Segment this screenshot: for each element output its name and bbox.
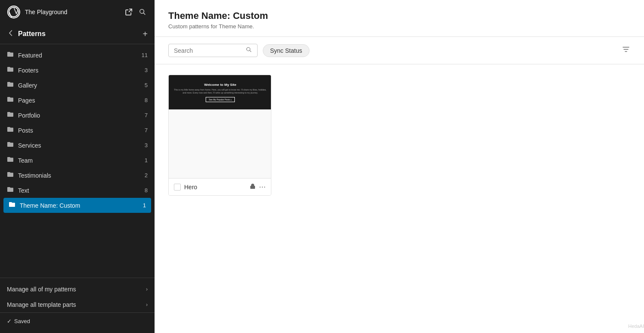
external-link-button[interactable] bbox=[124, 7, 134, 17]
sidebar-item-label: Testimonials bbox=[18, 172, 140, 179]
sidebar-item-label: Portfolio bbox=[18, 112, 140, 119]
sidebar-item-featured[interactable]: Featured 11 bbox=[0, 48, 155, 63]
folder-icon bbox=[7, 141, 14, 149]
folder-icon bbox=[7, 126, 14, 134]
saved-bar: ✓ Saved bbox=[0, 312, 155, 330]
preview-title: Welcome to My Site bbox=[204, 83, 237, 87]
main-content: Theme Name: Custom Custom patterns for T… bbox=[155, 0, 644, 333]
sidebar-icon-group bbox=[124, 7, 148, 17]
folder-icon bbox=[7, 171, 14, 179]
pattern-card-footer: Hero ⋯ bbox=[169, 178, 271, 195]
pattern-card-hero[interactable]: Welcome to My Site This is my little hom… bbox=[168, 75, 271, 196]
main-header: Theme Name: Custom Custom patterns for T… bbox=[155, 0, 644, 37]
sidebar-item-count: 8 bbox=[145, 97, 148, 103]
toolbar: Sync Status bbox=[155, 37, 644, 64]
pattern-name: Hero bbox=[184, 184, 246, 191]
sidebar-item-count: 3 bbox=[145, 67, 148, 73]
sidebar-item-label: Featured bbox=[18, 52, 137, 59]
sidebar-item-count: 1 bbox=[145, 157, 148, 163]
sidebar-item-text[interactable]: Text 8 bbox=[0, 183, 155, 198]
pattern-preview: Welcome to My Site This is my little hom… bbox=[169, 75, 271, 178]
sidebar-footer: Manage all of my patterns › Manage all t… bbox=[0, 278, 155, 333]
pattern-checkbox[interactable] bbox=[174, 184, 181, 191]
page-title: Theme Name: Custom bbox=[168, 10, 630, 21]
pattern-preview-dark: Welcome to My Site This is my little hom… bbox=[169, 75, 271, 109]
manage-template-parts-label: Manage all template parts bbox=[7, 301, 76, 308]
sidebar-item-count: 3 bbox=[145, 142, 148, 148]
folder-icon bbox=[7, 66, 14, 74]
folder-icon-active bbox=[9, 201, 15, 209]
folder-icon bbox=[7, 51, 14, 59]
sidebar-nav-list: Featured 11 Footers 3 Gallery 5 Pages 8 bbox=[0, 44, 155, 278]
patterns-header: Patterns + bbox=[0, 24, 155, 44]
sidebar-item-label: Text bbox=[18, 187, 140, 194]
lock-icon bbox=[250, 184, 255, 191]
manage-template-parts-link[interactable]: Manage all template parts › bbox=[0, 297, 155, 312]
sidebar-item-count: 2 bbox=[145, 172, 148, 179]
sidebar-item-count: 5 bbox=[145, 82, 148, 88]
folder-icon bbox=[7, 81, 14, 89]
search-button[interactable] bbox=[137, 7, 148, 17]
add-pattern-button[interactable]: + bbox=[143, 30, 148, 38]
chevron-right-icon: › bbox=[146, 286, 148, 292]
page-subtitle: Custom patterns for Theme Name. bbox=[168, 23, 630, 30]
site-name: The Playground bbox=[25, 9, 119, 15]
sidebar-item-testimonials[interactable]: Testimonials 2 bbox=[0, 168, 155, 183]
sidebar-top-bar: The Playground bbox=[0, 0, 155, 24]
sidebar-item-count: 7 bbox=[145, 112, 148, 118]
folder-icon bbox=[7, 96, 14, 104]
filter-button[interactable] bbox=[622, 45, 630, 56]
patterns-title: Patterns bbox=[18, 30, 143, 38]
sidebar-item-gallery[interactable]: Gallery 5 bbox=[0, 78, 155, 93]
sidebar-item-label: Pages bbox=[18, 97, 140, 104]
pattern-preview-light bbox=[169, 109, 271, 178]
sidebar-item-count: 7 bbox=[145, 127, 148, 133]
sidebar: The Playground Patterns + Featured 11 bbox=[0, 0, 155, 333]
sidebar-item-footers[interactable]: Footers 3 bbox=[0, 63, 155, 78]
search-box[interactable] bbox=[168, 44, 258, 57]
sidebar-item-team[interactable]: Team 1 bbox=[0, 153, 155, 168]
sync-status-button[interactable]: Sync Status bbox=[263, 44, 310, 57]
sidebar-item-services[interactable]: Services 3 bbox=[0, 138, 155, 153]
search-icon bbox=[246, 47, 252, 54]
check-icon: ✓ bbox=[7, 318, 12, 324]
sidebar-item-theme-custom[interactable]: Theme Name: Custom 1 bbox=[3, 198, 151, 213]
sidebar-item-count: 11 bbox=[142, 52, 148, 58]
sidebar-item-portfolio[interactable]: Portfolio 7 bbox=[0, 108, 155, 123]
sidebar-item-label: Footers bbox=[18, 67, 140, 74]
folder-icon bbox=[7, 156, 14, 164]
sidebar-item-count: 8 bbox=[145, 187, 148, 194]
wordpress-logo bbox=[7, 5, 21, 19]
search-input[interactable] bbox=[174, 47, 243, 54]
chevron-right-icon: › bbox=[146, 302, 148, 308]
sidebar-item-count-active: 1 bbox=[143, 202, 146, 209]
sidebar-item-label: Gallery bbox=[18, 82, 140, 89]
manage-patterns-label: Manage all of my patterns bbox=[7, 286, 76, 293]
folder-icon bbox=[7, 186, 14, 194]
manage-patterns-link[interactable]: Manage all of my patterns › bbox=[0, 282, 155, 297]
preview-text: This is my little home away from home. H… bbox=[174, 88, 267, 94]
sidebar-item-label-active: Theme Name: Custom bbox=[20, 202, 139, 209]
sidebar-item-label: Posts bbox=[18, 127, 140, 134]
sidebar-item-label: Services bbox=[18, 142, 140, 149]
back-button[interactable] bbox=[7, 29, 15, 39]
toolbar-left: Sync Status bbox=[168, 44, 310, 57]
patterns-grid: Welcome to My Site This is my little hom… bbox=[155, 64, 644, 333]
watermark: HedaAI bbox=[628, 324, 644, 329]
sidebar-item-label: Team bbox=[18, 157, 140, 164]
more-options-icon[interactable]: ⋯ bbox=[259, 183, 266, 191]
saved-label: Saved bbox=[14, 318, 30, 324]
folder-icon bbox=[7, 111, 14, 119]
preview-cta-button: See My Popular Posts » bbox=[206, 97, 235, 102]
sidebar-item-pages[interactable]: Pages 8 bbox=[0, 93, 155, 108]
sidebar-item-posts[interactable]: Posts 7 bbox=[0, 123, 155, 138]
